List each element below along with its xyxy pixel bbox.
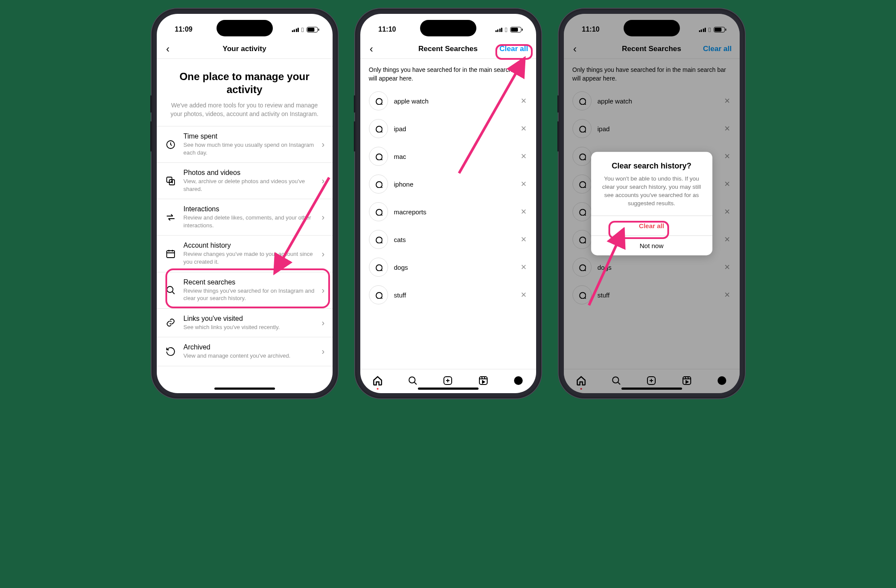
tab-profile[interactable]	[716, 375, 728, 386]
search-item[interactable]: ipad ×	[369, 115, 527, 142]
phone-2: 11:10 􀙇 ‹ Recent Searches Clear all Only…	[355, 9, 541, 398]
remove-search-button[interactable]: ×	[724, 94, 731, 107]
menu-item-calendar[interactable]: Account history Review changes you've ma…	[157, 236, 333, 272]
chevron-right-icon: ›	[322, 318, 325, 328]
modal-cancel-button[interactable]: Not now	[591, 235, 712, 255]
dynamic-island	[624, 20, 680, 36]
remove-search-button[interactable]: ×	[724, 178, 731, 191]
remove-search-button[interactable]: ×	[520, 150, 527, 163]
search-term: dogs	[598, 264, 718, 271]
nav-header: ‹ Recent Searches Clear all	[564, 39, 740, 59]
menu-item-clock[interactable]: Time spent See how much time you usually…	[157, 126, 333, 163]
tab-home[interactable]	[372, 375, 383, 386]
search-term: mac	[394, 153, 514, 160]
search-icon	[573, 285, 592, 304]
search-item[interactable]: mac ×	[369, 142, 527, 170]
status-time: 11:10	[582, 26, 600, 33]
home-indicator[interactable]	[214, 388, 275, 390]
remove-search-button[interactable]: ×	[724, 261, 731, 274]
menu-item-search[interactable]: Recent searches Review things you've sea…	[157, 272, 333, 309]
menu-item-swap[interactable]: Interactions Review and delete likes, co…	[157, 199, 333, 236]
search-term: stuff	[598, 291, 718, 299]
status-time: 11:10	[378, 26, 396, 33]
clear-all-button[interactable]: Clear all	[498, 44, 530, 54]
nav-title: Your activity	[223, 45, 266, 53]
search-item[interactable]: iphone ×	[369, 170, 527, 198]
tab-reels[interactable]	[478, 375, 489, 386]
search-icon	[369, 174, 388, 194]
menu-item-title: Archived	[184, 343, 315, 351]
remove-search-button[interactable]: ×	[520, 233, 527, 246]
remove-search-button[interactable]: ×	[724, 122, 731, 135]
search-item[interactable]: apple watch ×	[573, 87, 731, 115]
remove-search-button[interactable]: ×	[724, 205, 731, 218]
battickon decorative-iconery-icon	[714, 27, 725, 32]
history-icon	[165, 346, 177, 358]
menu-item-title: Account history	[184, 242, 315, 249]
remove-search-button[interactable]: ×	[520, 261, 527, 274]
menu-item-desc: Review and delete likes, comments, and y…	[184, 214, 315, 229]
home-indicator[interactable]	[418, 388, 479, 390]
search-item[interactable]: stuff ×	[369, 281, 527, 309]
menu-item-desc: Review things you've searched for on Ins…	[184, 287, 315, 302]
menu-item-title: Interactions	[184, 205, 315, 213]
clear-all-button[interactable]: Clear all	[701, 44, 733, 54]
search-item[interactable]: stuff ×	[573, 281, 731, 309]
wifi-icon: 􀙇	[301, 26, 304, 33]
remove-search-button[interactable]: ×	[520, 122, 527, 135]
search-item[interactable]: dogs ×	[369, 253, 527, 281]
search-term: cats	[394, 236, 514, 243]
nav-header: ‹ Your activity	[157, 39, 333, 59]
menu-item-history[interactable]: Archived View and manage content you've …	[157, 337, 333, 366]
dynamic-island	[420, 20, 476, 36]
remove-search-button[interactable]: ×	[724, 150, 731, 163]
home-indicator[interactable]	[621, 388, 682, 390]
search-icon	[573, 202, 592, 221]
dynamic-island	[217, 20, 273, 36]
remove-search-button[interactable]: ×	[520, 288, 527, 301]
remove-search-button[interactable]: ×	[520, 205, 527, 218]
back-button[interactable]: ‹	[366, 42, 377, 56]
phone-1: 11:09 􀙇 ‹ Your activity One place to man…	[152, 9, 338, 398]
menu-item-media[interactable]: Photos and videos View, archive or delet…	[157, 163, 333, 199]
search-icon	[369, 258, 388, 277]
modal-message: You won't be able to undo this. If you c…	[600, 175, 704, 208]
signal-icon	[292, 27, 299, 32]
chevron-right-icon: ›	[322, 212, 325, 222]
remove-search-button[interactable]: ×	[520, 178, 527, 191]
search-item[interactable]: macreports ×	[369, 198, 527, 226]
search-item[interactable]: ipad ×	[573, 115, 731, 142]
tab-create[interactable]	[646, 375, 657, 386]
back-button[interactable]: ‹	[163, 42, 173, 56]
menu-item-link[interactable]: Links you've visited See which links you…	[157, 309, 333, 338]
tab-home[interactable]	[576, 375, 587, 386]
content-scroll[interactable]: One place to manage your activity We've …	[157, 59, 333, 393]
menu-item-desc: View and manage content you've archived.	[184, 352, 315, 360]
search-term: ipad	[598, 125, 718, 132]
remove-search-button[interactable]: ×	[724, 288, 731, 301]
remove-search-button[interactable]: ×	[520, 94, 527, 107]
modal-confirm-button[interactable]: Clear all	[591, 215, 712, 235]
search-item[interactable]: apple watch ×	[369, 87, 527, 115]
tab-reels[interactable]	[681, 375, 692, 386]
search-item[interactable]: cats ×	[369, 226, 527, 253]
search-item[interactable]: dogs ×	[573, 253, 731, 281]
tab-search[interactable]	[407, 375, 418, 386]
search-term: iphone	[394, 181, 514, 188]
back-button[interactable]: ‹	[570, 42, 580, 56]
tab-search[interactable]	[611, 375, 622, 386]
search-icon	[369, 119, 388, 138]
menu-item-title: Recent searches	[184, 278, 315, 286]
search-icon	[573, 119, 592, 138]
menu-item-title: Links you've visited	[184, 315, 315, 323]
chevron-right-icon: ›	[322, 346, 325, 356]
search-icon	[369, 91, 388, 110]
search-icon	[573, 174, 592, 194]
search-term: stuff	[394, 291, 514, 299]
nav-title: Recent Searches	[622, 45, 681, 53]
content-scroll[interactable]: Only things you have searched for in the…	[360, 59, 536, 369]
search-term: apple watch	[394, 97, 514, 105]
tab-profile[interactable]	[513, 375, 524, 386]
remove-search-button[interactable]: ×	[724, 233, 731, 246]
tab-create[interactable]	[442, 375, 453, 386]
